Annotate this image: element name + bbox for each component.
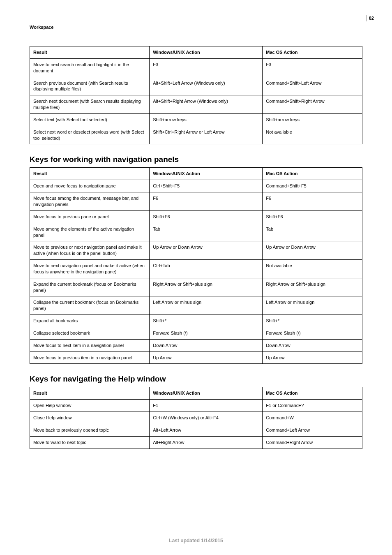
cell: Command+Shift+F5 <box>263 180 362 192</box>
cell: Command+Right Arrow <box>263 436 362 449</box>
cell: Shift+arrow keys <box>150 113 263 126</box>
table-row: Select text (with Select tool selected)S… <box>30 113 362 126</box>
cell: F3 <box>263 58 362 77</box>
cell: Forward Slash (/) <box>263 327 362 339</box>
cell: Not available <box>263 126 362 144</box>
col-header: Mac OS Action <box>263 168 362 180</box>
cell: Close Help window <box>30 412 150 424</box>
cell: Tab <box>150 223 263 241</box>
cell: Shift+Ctrl+Right Arrow or Left Arrow <box>150 126 263 144</box>
cell: Command+Left Arrow <box>263 424 362 437</box>
table-row: Move back to previously opened topicAlt+… <box>30 424 362 437</box>
cell: Tab <box>263 223 362 241</box>
cell: Ctrl+Shift+F5 <box>150 180 263 192</box>
cell: Open Help window <box>30 400 150 412</box>
footer-last-updated: Last updated 1/14/2015 <box>0 538 392 543</box>
table-row: Move focus to next item in a navigation … <box>30 339 362 352</box>
cell: Up Arrow <box>263 352 362 364</box>
cell: F3 <box>150 58 263 77</box>
cell: Search next document (with Search result… <box>30 95 150 114</box>
table-row: Move to next navigation panel and make i… <box>30 260 362 278</box>
table-header-row: Result Windows/UNIX Action Mac OS Action <box>30 46 362 59</box>
cell: Move focus to next item in a navigation … <box>30 339 150 352</box>
cell: Alt+Right Arrow <box>150 436 263 449</box>
table-row: Move focus among the document, message b… <box>30 192 362 211</box>
table-row: Move to next search result and highlight… <box>30 58 362 77</box>
table-header-row: Result Windows/UNIX Action Mac OS Action <box>30 168 362 180</box>
table-row: Move among the elements of the active na… <box>30 223 362 241</box>
table-row: Search next document (with Search result… <box>30 95 362 114</box>
cell: Move forward to next topic <box>30 436 150 449</box>
cell: Forward Slash (/) <box>150 327 263 339</box>
cell: Shift+F6 <box>150 210 263 223</box>
cell: Ctrl+W (Windows only) or Alt+F4 <box>150 412 263 424</box>
table-row: Expand all bookmarksShift+*Shift+* <box>30 315 362 327</box>
cell: Right Arrow or Shift+plus sign <box>263 278 362 296</box>
section-heading-help-window: Keys for navigating the Help window <box>30 375 362 384</box>
col-header: Mac OS Action <box>263 46 362 59</box>
cell: Up Arrow or Down Arrow <box>150 241 263 260</box>
table-row: Close Help windowCtrl+W (Windows only) o… <box>30 412 362 424</box>
cell: Move back to previously opened topic <box>30 424 150 437</box>
table-row: Move to previous or next navigation pane… <box>30 241 362 260</box>
table-row: Open and move focus to navigation paneCt… <box>30 180 362 192</box>
table-row: Select next word or deselect previous wo… <box>30 126 362 144</box>
cell: Not available <box>263 260 362 278</box>
cell: Expand all bookmarks <box>30 315 150 327</box>
cell: Move to next navigation panel and make i… <box>30 260 150 278</box>
table-row: Search previous document (with Search re… <box>30 77 362 95</box>
cell: Down Arrow <box>150 339 263 352</box>
table-row: Collapse selected bookmarkForward Slash … <box>30 327 362 339</box>
cell: Move focus to previous item in a navigat… <box>30 352 150 364</box>
cell: Left Arrow or minus sign <box>263 296 362 315</box>
cell: F6 <box>150 192 263 211</box>
col-header: Windows/UNIX Action <box>150 387 263 400</box>
cell: Move focus among the document, message b… <box>30 192 150 211</box>
cell: Shift+* <box>150 315 263 327</box>
cell: Command+W <box>263 412 362 424</box>
cell: Left Arrow or minus sign <box>150 296 263 315</box>
cell: Select text (with Select tool selected) <box>30 113 150 126</box>
table-row: Move forward to next topicAlt+Right Arro… <box>30 436 362 449</box>
cell: Command+Shift+Left Arrow <box>263 77 362 95</box>
table-row: Collapse the current bookmark (focus on … <box>30 296 362 315</box>
cell: Alt+Shift+Left Arrow (Windows only) <box>150 77 263 95</box>
cell: Shift+F6 <box>263 210 362 223</box>
table-row: Open Help windowF1F1 or Command+? <box>30 400 362 412</box>
shortcut-table-search: Result Windows/UNIX Action Mac OS Action… <box>30 46 362 144</box>
table-row: Expand the current bookmark (focus on Bo… <box>30 278 362 296</box>
cell: Collapse selected bookmark <box>30 327 150 339</box>
col-header: Result <box>30 387 150 400</box>
cell: Select next word or deselect previous wo… <box>30 126 150 144</box>
col-header: Windows/UNIX Action <box>150 46 263 59</box>
cell: F1 or Command+? <box>263 400 362 412</box>
cell: Move to previous or next navigation pane… <box>30 241 150 260</box>
col-header: Result <box>30 168 150 180</box>
page-number: 82 <box>366 15 374 21</box>
cell: Up Arrow <box>150 352 263 364</box>
col-header: Result <box>30 46 150 59</box>
cell: Search previous document (with Search re… <box>30 77 150 95</box>
section-heading-nav-panels: Keys for working with navigation panels <box>30 155 362 164</box>
cell: Down Arrow <box>263 339 362 352</box>
breadcrumb: Workspace <box>30 25 362 30</box>
cell: Up Arrow or Down Arrow <box>263 241 362 260</box>
cell: Collapse the current bookmark (focus on … <box>30 296 150 315</box>
cell: Expand the current bookmark (focus on Bo… <box>30 278 150 296</box>
cell: Shift+arrow keys <box>263 113 362 126</box>
cell: Shift+* <box>263 315 362 327</box>
cell: Right Arrow or Shift+plus sign <box>150 278 263 296</box>
cell: Ctrl+Tab <box>150 260 263 278</box>
cell: Open and move focus to navigation pane <box>30 180 150 192</box>
cell: F1 <box>150 400 263 412</box>
cell: Alt+Left Arrow <box>150 424 263 437</box>
cell: Move focus to previous pane or panel <box>30 210 150 223</box>
table-row: Move focus to previous pane or panelShif… <box>30 210 362 223</box>
cell: Command+Shift+Right Arrow <box>263 95 362 114</box>
cell: Move among the elements of the active na… <box>30 223 150 241</box>
table-header-row: Result Windows/UNIX Action Mac OS Action <box>30 387 362 400</box>
table-row: Move focus to previous item in a navigat… <box>30 352 362 364</box>
shortcut-table-nav-panels: Result Windows/UNIX Action Mac OS Action… <box>30 167 362 364</box>
col-header: Mac OS Action <box>263 387 362 400</box>
col-header: Windows/UNIX Action <box>150 168 263 180</box>
